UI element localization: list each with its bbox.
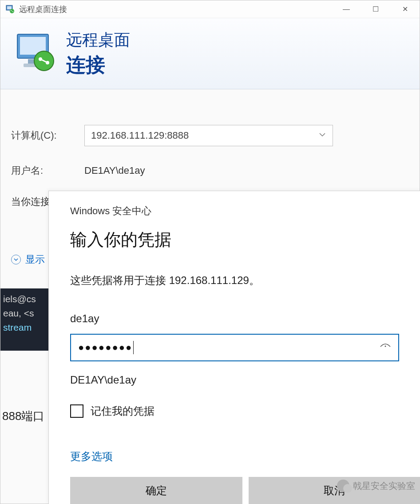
ok-button[interactable]: 确定 bbox=[70, 477, 242, 504]
show-options-label: 显示 bbox=[25, 253, 45, 266]
terminal-line-2: eau, <s bbox=[3, 306, 47, 320]
username-value: DE1AY\de1ay bbox=[84, 165, 145, 176]
watermark: 戟星安全实验室 bbox=[337, 480, 415, 492]
credential-title: 输入你的凭据 bbox=[70, 228, 399, 251]
reveal-password-icon[interactable] bbox=[380, 342, 391, 353]
password-input[interactable]: ●●●●●●●● bbox=[70, 334, 399, 361]
more-options-link[interactable]: 更多选项 bbox=[70, 449, 399, 464]
svg-point-2 bbox=[10, 9, 14, 13]
credential-description: 这些凭据将用于连接 192.168.111.129。 bbox=[70, 273, 399, 288]
banner-line1: 远程桌面 bbox=[66, 29, 130, 51]
computer-value: 192.168.111.129:8888 bbox=[91, 130, 189, 141]
credential-domain-user: DE1AY\de1ay bbox=[70, 374, 399, 386]
watermark-text: 戟星安全实验室 bbox=[353, 480, 415, 492]
terminal-snippet: iels@cs eau, <s stream bbox=[0, 288, 49, 351]
window-title: 远程桌面连接 bbox=[19, 4, 67, 15]
computer-combobox[interactable]: 192.168.111.129:8888 bbox=[84, 125, 333, 146]
computer-row: 计算机(C): 192.168.111.129:8888 bbox=[11, 125, 406, 146]
window-controls: — ☐ ✕ bbox=[332, 0, 420, 18]
credential-username: de1ay bbox=[70, 312, 399, 325]
header-text: 远程桌面 连接 bbox=[66, 29, 130, 78]
password-masked-value: ●●●●●●●● bbox=[78, 342, 132, 353]
svg-point-12 bbox=[385, 346, 386, 347]
text-cursor bbox=[133, 341, 134, 354]
maximize-button[interactable]: ☐ bbox=[361, 0, 390, 18]
credential-dialog: Windows 安全中心 输入你的凭据 这些凭据将用于连接 192.168.11… bbox=[48, 191, 420, 504]
remember-checkbox[interactable] bbox=[70, 404, 83, 418]
credential-subtitle: Windows 安全中心 bbox=[70, 204, 399, 218]
expand-down-icon bbox=[11, 255, 21, 264]
svg-point-4 bbox=[12, 11, 13, 12]
rdc-app-icon bbox=[6, 5, 15, 14]
remember-row: 记住我的凭据 bbox=[70, 404, 399, 418]
remember-label: 记住我的凭据 bbox=[91, 404, 155, 418]
minimize-button[interactable]: — bbox=[332, 0, 361, 18]
username-row: 用户名: DE1AY\de1ay bbox=[11, 164, 406, 177]
svg-point-3 bbox=[11, 10, 12, 11]
wechat-icon bbox=[337, 480, 349, 492]
close-button[interactable]: ✕ bbox=[390, 0, 420, 18]
terminal-line-3: stream bbox=[3, 320, 47, 335]
titlebar[interactable]: 远程桌面连接 — ☐ ✕ bbox=[0, 0, 420, 18]
svg-rect-1 bbox=[7, 6, 12, 9]
port-note: 888端口 bbox=[0, 408, 44, 424]
computer-label: 计算机(C): bbox=[11, 129, 84, 142]
username-label: 用户名: bbox=[11, 164, 84, 177]
rdc-window: 远程桌面连接 — ☐ ✕ 远程桌面 连接 计算机(C): bbox=[0, 0, 420, 504]
rdc-banner-icon bbox=[14, 32, 58, 76]
chevron-down-icon bbox=[318, 130, 326, 141]
terminal-line-1: iels@cs bbox=[3, 292, 47, 306]
header-banner: 远程桌面 连接 bbox=[0, 18, 420, 89]
banner-line2: 连接 bbox=[66, 52, 130, 78]
